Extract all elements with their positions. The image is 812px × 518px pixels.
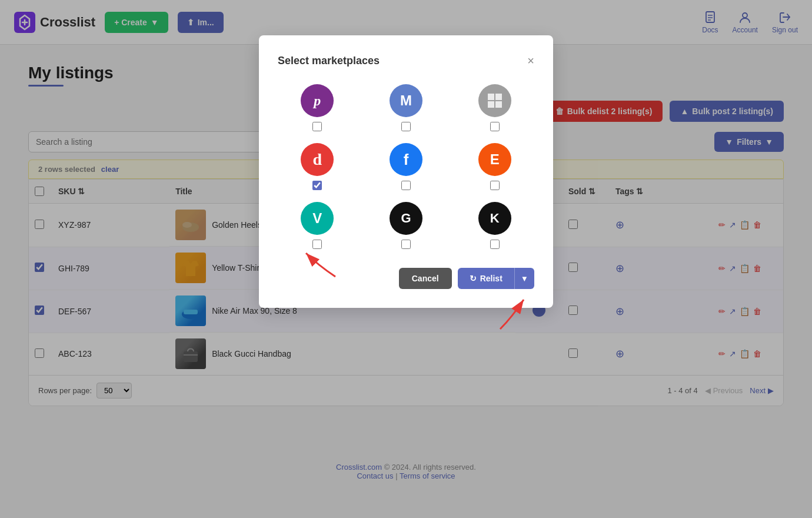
marketplace-item-kidizen: K bbox=[455, 202, 534, 249]
marketplace-item-facebook: f bbox=[367, 143, 446, 190]
marketplace-item-poshmark: p bbox=[278, 84, 357, 131]
vinted-icon: V bbox=[301, 202, 334, 235]
marketplace-item-etsy: E bbox=[455, 143, 534, 190]
svg-rect-15 bbox=[488, 101, 494, 108]
relist-button-wrap: ↻ Relist ▼ bbox=[458, 268, 534, 289]
depop-icon: d bbox=[301, 143, 334, 176]
etsy-checkbox[interactable] bbox=[490, 181, 500, 190]
relist-button[interactable]: ↻ Relist bbox=[458, 268, 514, 289]
marketplace-grid: p M bbox=[278, 84, 534, 249]
select-marketplaces-modal: Select marketplaces × p M bbox=[259, 35, 553, 308]
facebook-checkbox[interactable] bbox=[401, 181, 411, 190]
modal-header: Select marketplaces × bbox=[278, 54, 534, 68]
marketplace-item-mercari: M bbox=[367, 84, 446, 131]
marketplace-item-depop: d bbox=[278, 143, 357, 190]
grailed-icon: G bbox=[390, 202, 422, 235]
relist-dropdown-button[interactable]: ▼ bbox=[514, 268, 534, 289]
facebook-icon: f bbox=[390, 143, 422, 176]
kidizen-checkbox[interactable] bbox=[490, 240, 500, 249]
vinted-checkbox[interactable] bbox=[312, 240, 322, 249]
grailed-checkbox[interactable] bbox=[401, 240, 411, 249]
mercari-icon: M bbox=[390, 84, 422, 117]
svg-rect-16 bbox=[495, 101, 502, 108]
window-icon bbox=[478, 84, 511, 117]
mercari-checkbox[interactable] bbox=[401, 122, 411, 131]
depop-checkbox[interactable] bbox=[312, 181, 322, 190]
marketplace-item-window bbox=[455, 84, 534, 131]
modal-overlay: Select marketplaces × p M bbox=[0, 0, 812, 494]
etsy-icon: E bbox=[478, 143, 511, 176]
modal-close-button[interactable]: × bbox=[527, 54, 534, 68]
poshmark-checkbox[interactable] bbox=[312, 122, 322, 131]
modal-footer-wrap: Cancel ↻ Relist ▼ bbox=[278, 268, 534, 289]
arrow-relist bbox=[488, 294, 535, 337]
kidizen-icon: K bbox=[478, 202, 511, 235]
cancel-button[interactable]: Cancel bbox=[399, 268, 452, 289]
svg-rect-14 bbox=[495, 94, 502, 100]
marketplace-item-vinted: V bbox=[278, 202, 357, 249]
modal-title: Select marketplaces bbox=[278, 55, 380, 67]
poshmark-icon: p bbox=[301, 84, 334, 117]
marketplace-item-grailed: G bbox=[367, 202, 446, 249]
window-checkbox[interactable] bbox=[490, 122, 500, 131]
modal-footer: Cancel ↻ Relist ▼ bbox=[278, 268, 534, 289]
svg-rect-13 bbox=[488, 94, 494, 100]
